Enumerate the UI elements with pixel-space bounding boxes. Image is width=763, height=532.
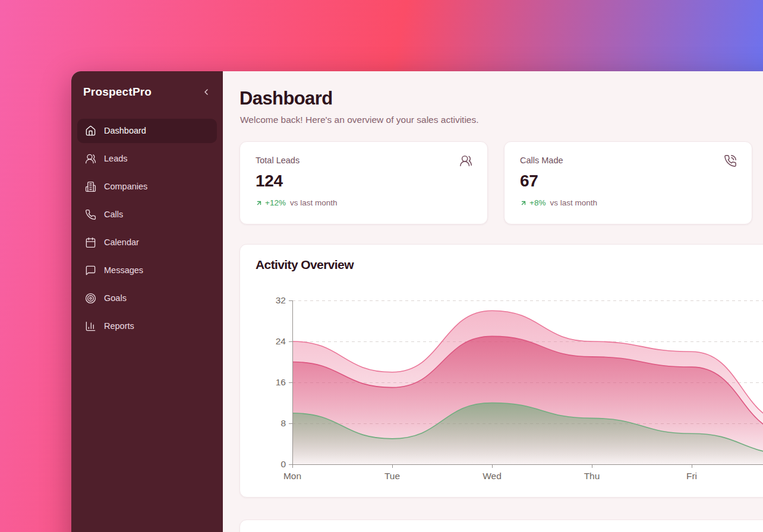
sidebar-item-goals[interactable]: Goals (77, 286, 217, 311)
sidebar-item-messages[interactable]: Messages (77, 258, 217, 283)
sidebar-item-label: Leads (104, 154, 128, 163)
stat-card-icon-wrap (459, 154, 472, 170)
y-axis-tick-label: 8 (280, 418, 286, 428)
sidebar-item-label: Companies (104, 182, 147, 191)
users-icon (85, 153, 96, 164)
x-axis-tick-label: Fri (686, 471, 697, 481)
sidebar-item-label: Dashboard (104, 126, 146, 135)
sidebar: ProspectPro DashboardLeadsCompaniesCalls… (71, 71, 223, 532)
trend-delta: +8% (520, 198, 546, 207)
next-section-card-partial (239, 520, 763, 532)
stat-trend: +12%vs last month (256, 198, 472, 207)
page-subtitle: Welcome back! Here's an overview of your… (240, 115, 763, 125)
stat-label: Total Leads (256, 156, 472, 165)
chevron-left-icon (201, 87, 211, 97)
y-axis-tick-label: 16 (276, 377, 286, 387)
sidebar-item-label: Goals (104, 294, 127, 303)
trend-delta: +12% (256, 198, 286, 207)
brand-logo: ProspectPro (83, 86, 152, 99)
trend-note: vs last month (550, 198, 597, 207)
chart-column-icon (85, 321, 96, 332)
calendar-icon (85, 237, 96, 248)
main-content: Dashboard Welcome back! Here's an overvi… (223, 71, 763, 532)
sidebar-item-label: Calendar (104, 238, 139, 247)
users-icon (459, 154, 472, 167)
sidebar-item-label: Messages (104, 266, 143, 275)
stat-value: 67 (520, 172, 736, 191)
phone-icon (85, 209, 96, 220)
sidebar-item-label: Calls (104, 210, 123, 219)
x-axis-tick-label: Thu (584, 471, 600, 481)
stat-trend: +8%vs last month (520, 198, 736, 207)
stat-card-calls-made: Calls Made67+8%vs last month (504, 141, 752, 224)
sidebar-item-calls[interactable]: Calls (77, 202, 217, 227)
arrow-up-right-icon (256, 200, 263, 207)
phone-call-icon (724, 154, 737, 167)
sidebar-header: ProspectPro (77, 86, 217, 99)
sidebar-item-label: Reports (104, 322, 134, 331)
building-icon (85, 181, 96, 192)
sidebar-item-reports[interactable]: Reports (77, 314, 217, 338)
y-axis-tick-label: 0 (280, 459, 286, 469)
app-window: ProspectPro DashboardLeadsCompaniesCalls… (71, 71, 763, 532)
trend-note: vs last month (290, 198, 338, 207)
sidebar-item-leads[interactable]: Leads (77, 147, 217, 171)
stat-label: Calls Made (520, 156, 736, 165)
message-square-icon (85, 265, 96, 276)
chart-title: Activity Overview (256, 258, 763, 272)
arrow-up-right-icon (520, 200, 527, 207)
sidebar-collapse-button[interactable] (200, 86, 212, 98)
sidebar-item-calendar[interactable]: Calendar (77, 230, 217, 255)
sidebar-nav: DashboardLeadsCompaniesCallsCalendarMess… (77, 119, 217, 338)
activity-chart: 08162432MonTueWedThuFriSat (256, 280, 763, 484)
x-axis-tick-label: Mon (283, 471, 301, 481)
y-axis-tick-label: 32 (276, 295, 286, 305)
stats-row: Total Leads124+12%vs last monthCalls Mad… (239, 141, 763, 224)
y-axis-tick-label: 24 (276, 336, 286, 346)
trend-percent: +12% (265, 198, 286, 207)
home-icon (85, 125, 96, 137)
activity-overview-card: Activity Overview 08162432MonTueWedThuFr… (239, 244, 763, 498)
trend-percent: +8% (529, 198, 546, 207)
stat-value: 124 (256, 172, 472, 191)
stat-card-total-leads: Total Leads124+12%vs last month (239, 141, 488, 224)
sidebar-item-dashboard[interactable]: Dashboard (77, 119, 217, 143)
page-title: Dashboard (239, 88, 763, 109)
x-axis-tick-label: Tue (384, 471, 400, 481)
sidebar-item-companies[interactable]: Companies (77, 175, 217, 199)
stat-card-icon-wrap (724, 154, 737, 170)
x-axis-tick-label: Wed (483, 471, 502, 481)
target-icon (85, 293, 96, 304)
